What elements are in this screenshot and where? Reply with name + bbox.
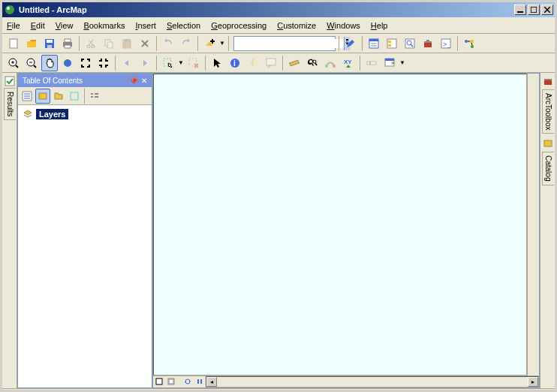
toc-window-button[interactable] — [366, 35, 382, 52]
arctoolbox-tab[interactable]: ArcToolbox — [542, 89, 554, 134]
toc-options-button[interactable] — [87, 89, 102, 104]
scale-combobox[interactable]: ▼ — [233, 36, 336, 51]
editor-toolbar-button[interactable] — [342, 35, 359, 52]
print-button[interactable] — [59, 35, 76, 52]
select-elements-button[interactable] — [209, 55, 225, 71]
cut-button[interactable] — [83, 35, 99, 52]
toc-list-drawing-button[interactable] — [20, 89, 35, 104]
layers-label: Layers — [36, 109, 68, 119]
svg-point-1 — [7, 7, 10, 10]
pause-button[interactable] — [194, 376, 206, 387]
map-canvas[interactable] — [153, 74, 527, 375]
full-extent-button[interactable] — [59, 55, 76, 71]
zoom-out-button[interactable] — [23, 55, 40, 71]
svg-rect-71 — [369, 61, 371, 65]
menu-view[interactable]: View — [56, 21, 74, 30]
goto-xy-button[interactable]: XY — [340, 55, 357, 71]
scroll-left-arrow[interactable]: ◄ — [206, 377, 217, 387]
titlebar[interactable]: Untitled - ArcMap — [2, 2, 555, 17]
app-icon — [4, 4, 16, 16]
previous-extent-button[interactable] — [119, 55, 135, 71]
python-window-button[interactable]: >_ — [438, 35, 454, 52]
scale-input[interactable] — [234, 39, 344, 48]
minimize-button[interactable] — [514, 5, 526, 15]
svg-point-13 — [87, 45, 90, 48]
hyperlink-button[interactable] — [245, 55, 261, 71]
toc-list-selection-button[interactable] — [67, 89, 82, 104]
svg-rect-37 — [424, 42, 432, 47]
menu-insert[interactable]: Insert — [135, 21, 156, 30]
svg-rect-10 — [65, 39, 71, 42]
menu-windows[interactable]: Windows — [327, 21, 360, 30]
arctoolbox-window-button[interactable] — [420, 35, 436, 52]
toc-pin-icon[interactable]: 📌 — [129, 77, 138, 85]
new-button[interactable] — [5, 35, 22, 52]
toc-header[interactable]: Table Of Contents 📌 ✕ — [18, 74, 152, 87]
fixed-zoom-in-button[interactable] — [77, 55, 94, 71]
zoom-in-button[interactable] — [5, 55, 22, 71]
svg-rect-12 — [65, 45, 71, 48]
svg-rect-79 — [39, 93, 47, 99]
find-button[interactable] — [304, 55, 321, 71]
svg-rect-26 — [346, 41, 348, 43]
next-extent-button[interactable] — [137, 55, 153, 71]
layers-node[interactable]: Layers — [21, 108, 149, 120]
results-tab[interactable]: Results — [4, 88, 16, 120]
vertical-scrollbar[interactable] — [527, 74, 539, 375]
data-view-button[interactable] — [153, 376, 165, 387]
menu-help[interactable]: Help — [371, 21, 388, 30]
delete-button[interactable] — [137, 35, 153, 52]
measure-button[interactable] — [286, 55, 303, 71]
svg-rect-24 — [210, 41, 215, 42]
model-builder-button[interactable] — [461, 35, 477, 52]
toc-toolbar — [18, 87, 152, 105]
catalog-window-button[interactable] — [384, 35, 400, 52]
catalog-tab[interactable]: Catalog — [542, 152, 554, 185]
svg-rect-28 — [369, 39, 378, 41]
layers-icon — [23, 109, 33, 119]
arctoolbox-icon — [543, 76, 553, 86]
menu-file[interactable]: File — [7, 21, 20, 30]
svg-point-67 — [325, 65, 328, 68]
menu-selection[interactable]: Selection — [167, 21, 200, 30]
add-data-dropdown[interactable]: ▼ — [219, 40, 225, 47]
close-button[interactable] — [541, 5, 553, 15]
copy-button[interactable] — [101, 35, 117, 52]
html-popup-button[interactable] — [263, 55, 279, 71]
horizontal-scrollbar[interactable]: ◄ ► — [206, 376, 539, 387]
create-viewer-dropdown[interactable]: ▼ — [399, 59, 405, 66]
svg-rect-62 — [266, 59, 275, 65]
toc-tree[interactable]: Layers — [18, 105, 152, 387]
menu-edit[interactable]: Edit — [31, 21, 45, 30]
select-features-button[interactable] — [160, 55, 176, 71]
create-viewer-button[interactable] — [381, 55, 398, 71]
redo-button[interactable] — [178, 35, 194, 52]
menu-geoprocessing[interactable]: Geoprocessing — [211, 21, 266, 30]
menu-bookmarks[interactable]: Bookmarks — [83, 21, 125, 30]
layout-view-button[interactable] — [165, 376, 177, 387]
svg-rect-43 — [470, 40, 474, 43]
svg-rect-92 — [544, 140, 552, 146]
svg-point-55 — [65, 60, 68, 62]
open-button[interactable] — [23, 35, 40, 52]
scroll-right-arrow[interactable]: ► — [528, 377, 538, 387]
main-area: Results Table Of Contents 📌 ✕ Layers — [2, 73, 555, 388]
add-data-button[interactable] — [201, 35, 218, 52]
menu-customize[interactable]: Customize — [277, 21, 316, 30]
pan-button[interactable] — [41, 55, 58, 71]
paste-button[interactable] — [119, 35, 135, 52]
maximize-button[interactable] — [528, 5, 540, 15]
clear-selection-button[interactable] — [185, 55, 202, 71]
search-window-button[interactable] — [402, 35, 418, 52]
save-button[interactable] — [41, 35, 58, 52]
identify-button[interactable]: i — [227, 55, 243, 71]
find-route-button[interactable] — [322, 55, 339, 71]
select-features-dropdown[interactable]: ▼ — [178, 59, 184, 66]
refresh-button[interactable] — [182, 376, 194, 387]
toc-close-icon[interactable]: ✕ — [141, 77, 147, 85]
toc-list-source-button[interactable] — [35, 89, 50, 104]
time-slider-button[interactable] — [363, 55, 380, 71]
undo-button[interactable] — [160, 35, 176, 52]
toc-list-visibility-button[interactable] — [51, 89, 66, 104]
fixed-zoom-out-button[interactable] — [95, 55, 112, 71]
